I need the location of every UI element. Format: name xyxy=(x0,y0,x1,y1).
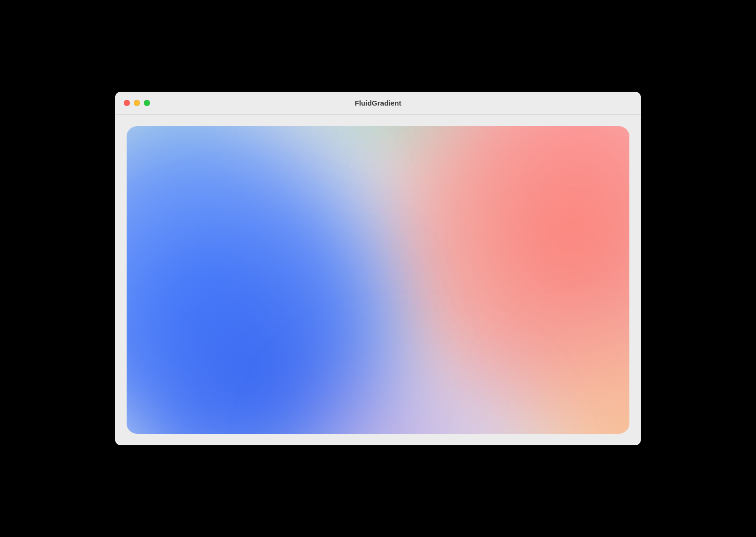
minimize-button[interactable] xyxy=(134,100,140,106)
window-titlebar[interactable]: FluidGradient xyxy=(115,92,641,115)
traffic-lights xyxy=(124,100,150,106)
app-window: FluidGradient xyxy=(115,92,641,445)
zoom-button[interactable] xyxy=(144,100,150,106)
gradient-layer xyxy=(127,126,629,434)
fluid-gradient-view xyxy=(127,126,629,434)
window-title: FluidGradient xyxy=(115,99,641,107)
close-button[interactable] xyxy=(124,100,130,106)
window-content xyxy=(115,115,641,445)
